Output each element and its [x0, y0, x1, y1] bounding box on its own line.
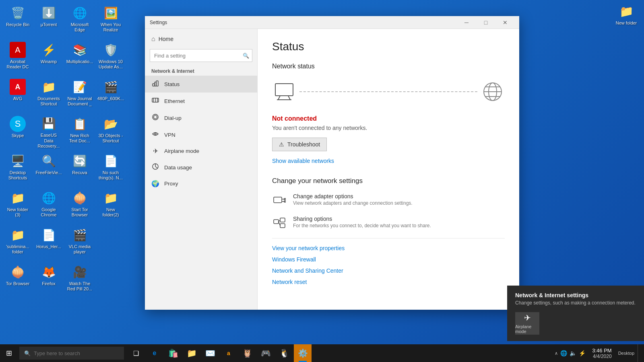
network-reset-link[interactable]: Network reset [272, 279, 505, 285]
task-view-button[interactable]: ❑ [127, 344, 145, 362]
mail-taskbar-button[interactable]: ✉️ [201, 344, 219, 362]
icon-tor-browser[interactable]: 🧅 Tor Browser [3, 262, 32, 298]
window-body: ⌂ Home 🔍 Network & Internet [145, 29, 519, 310]
desktop-icons: 🗑️ Recycle Bin ⬇️ µTorrent 🌐 Microsoft E… [0, 0, 133, 330]
proxy-nav-icon: 🌍 [151, 180, 159, 187]
icon-recycle-bin[interactable]: 🗑️ Recycle Bin [3, 3, 32, 39]
taskbar-clock[interactable]: 3:46 PM 4/4/2020 [589, 344, 615, 362]
windows-logo-icon: ⊞ [6, 349, 12, 358]
icon-vlc[interactable]: 🎬 VLC media player [65, 225, 94, 261]
icon-new-folder-2[interactable]: 📁 New folder(2) [96, 188, 125, 224]
icon-google-chrome[interactable]: 🌐 Google Chrome [34, 188, 63, 224]
icon-new-folder-tr[interactable]: 📁 New folder [612, 3, 641, 26]
svg-point-8 [155, 133, 156, 135]
store-taskbar-button[interactable]: 🛍️ [164, 344, 182, 362]
edge-icon: 🌐 [72, 5, 88, 21]
icon-new-journal-doc[interactable]: 📝 New Journal Document _ [65, 77, 94, 113]
icon-easeus[interactable]: 💾 EaseUS Data Recovery... [34, 114, 63, 150]
icon-windows-update[interactable]: 🛡️ Windows 10 Update As... [96, 40, 125, 76]
icon-skype[interactable]: S Skype [3, 114, 32, 150]
svg-rect-19 [274, 197, 282, 203]
battery-tray-icon[interactable]: ⚡ [579, 350, 586, 356]
show-hidden-icons[interactable]: ∧ [555, 351, 558, 356]
minimize-button[interactable]: ─ [457, 16, 476, 29]
svg-line-28 [279, 222, 280, 226]
sublimina-icon: 📁 [10, 227, 26, 243]
icon-when-you-realize[interactable]: 🖼️ When You Realize [96, 3, 125, 39]
maximize-button[interactable]: □ [477, 16, 495, 29]
new-folder-3-icon: 📁 [10, 190, 26, 206]
find-setting-input[interactable] [150, 49, 252, 62]
windows-firewall-link[interactable]: Windows Firewall [272, 256, 505, 263]
icon-start-tor-browser[interactable]: 🧅 Start Tor Browser [65, 188, 94, 224]
watch-red-pill-icon: 🎥 [72, 264, 88, 280]
sidebar-item-dialup[interactable]: Dial-up [145, 109, 257, 126]
network-sharing-center-link[interactable]: Network and Sharing Center [272, 267, 505, 274]
taskbar-right: ∧ 🌐 🔈 ⚡ 3:46 PM 4/4/2020 Desktop [552, 344, 644, 362]
icon-sublimina[interactable]: 📁 'sublimina... folder [3, 225, 32, 261]
show-available-networks-link[interactable]: Show available networks [272, 158, 505, 164]
titlebar-controls: ─ □ ✕ [457, 16, 514, 29]
clock-date: 4/4/2020 [593, 354, 612, 359]
vlc-icon: 🎬 [72, 227, 88, 243]
airplane-mode-toggle[interactable]: ✈ Airplane mode [515, 312, 539, 335]
amazon-taskbar-button[interactable]: a [220, 344, 237, 362]
sidebar-item-airplane[interactable]: ✈ Airplane mode [145, 143, 257, 159]
icon-new-rich-text[interactable]: 📋 New Rich Text Doc... [65, 114, 94, 150]
icon-microsoft-edge[interactable]: 🌐 Microsoft Edge [65, 3, 94, 39]
sidebar-item-ethernet[interactable]: Ethernet [145, 93, 257, 109]
icon-winamp[interactable]: ⚡ Winamp [34, 40, 63, 76]
show-desktop-button[interactable] [638, 344, 641, 362]
sharing-options-title[interactable]: Sharing options [293, 216, 431, 222]
taskbar-search-input[interactable] [34, 350, 119, 356]
icon-480p[interactable]: 🎬 480P_600K... [96, 77, 125, 113]
icon-avg[interactable]: A AVG [3, 77, 32, 113]
icon-3d-objects[interactable]: 📂 3D Objects - Shortcut [96, 114, 125, 150]
toast-options: ✈ Airplane mode [515, 312, 636, 335]
icon-new-folder-3[interactable]: 📁 New folder (3) [3, 188, 32, 224]
icon-utorrent[interactable]: ⬇️ µTorrent [34, 3, 63, 39]
acrobat-icon: A [10, 42, 26, 58]
icon-no-such-thing[interactable]: 📄 No such thing(s). N... [96, 151, 125, 187]
icon-desktop-shortcuts[interactable]: 🖥️ Desktop Shortcuts [3, 151, 32, 187]
sidebar-item-proxy[interactable]: 🌍 Proxy [145, 176, 257, 191]
adapter-options-title[interactable]: Change adapter options [293, 193, 413, 200]
warning-icon: ⚠ [279, 141, 284, 148]
view-network-props-link[interactable]: View your network properties [272, 245, 505, 251]
tripadvisor-taskbar-button[interactable]: 🦉 [238, 344, 256, 362]
edge-taskbar-button[interactable]: e [146, 344, 163, 362]
troubleshoot-button[interactable]: ⚠ Troubleshoot [272, 138, 327, 151]
icon-watch-red-pill[interactable]: 🎥 Watch The Red Pill 20... [65, 262, 94, 298]
proxy-nav-label: Proxy [164, 181, 178, 187]
sidebar-item-status[interactable]: Status [145, 76, 257, 93]
icon-acrobat[interactable]: A Acrobat Reader DC [3, 40, 32, 76]
utorrent-icon: ⬇️ [41, 5, 57, 21]
icon-multiplication[interactable]: 📚 Multiplicatio... [65, 40, 94, 76]
taskbar-search[interactable]: 🔍 [19, 347, 124, 360]
icon-firefox[interactable]: 🦊 Firefox [34, 262, 63, 298]
settings-taskbar-button[interactable]: ⚙️ [294, 344, 312, 362]
icon-documents-shortcut[interactable]: 📁 Documents Shortcut [34, 77, 63, 113]
dialup-nav-label: Dial-up [164, 115, 182, 121]
start-button[interactable]: ⊞ [0, 344, 18, 362]
windows-update-icon: 🛡️ [103, 42, 119, 58]
settings-titlebar: Settings ─ □ ✕ [145, 16, 519, 29]
network-tray-icon[interactable]: 🌐 [560, 350, 567, 356]
change-network-settings-title: Change your network settings [272, 177, 505, 185]
sidebar-item-data-usage[interactable]: Data usage [145, 159, 257, 176]
explorer-taskbar-button[interactable]: 📁 [183, 344, 200, 362]
taskbar: ⊞ 🔍 ❑ e 🛍️ 📁 ✉️ a 🦉 🎮 🐧 ⚙️ ∧ 🌐 🔈 [0, 344, 644, 362]
volume-tray-icon[interactable]: 🔈 [570, 350, 576, 356]
puffin-taskbar-button[interactable]: 🐧 [275, 344, 293, 362]
sidebar-home-button[interactable]: ⌂ Home [145, 32, 257, 47]
computer-icon [272, 80, 296, 104]
sidebar-item-vpn[interactable]: VPN [145, 126, 257, 143]
documents-shortcut-icon: 📁 [41, 79, 57, 95]
icon-recuva[interactable]: 🔄 Recuva [65, 151, 94, 187]
icon-horus[interactable]: 📄 Horus_Her... [34, 225, 63, 261]
desktop-label[interactable]: Desktop [616, 344, 637, 362]
connection-description: You aren't connected to any networks. [272, 125, 505, 131]
itchio-taskbar-button[interactable]: 🎮 [257, 344, 275, 362]
close-button[interactable]: ✕ [496, 16, 514, 29]
icon-freefileview[interactable]: 🔍 FreeFileVie... [34, 151, 63, 187]
